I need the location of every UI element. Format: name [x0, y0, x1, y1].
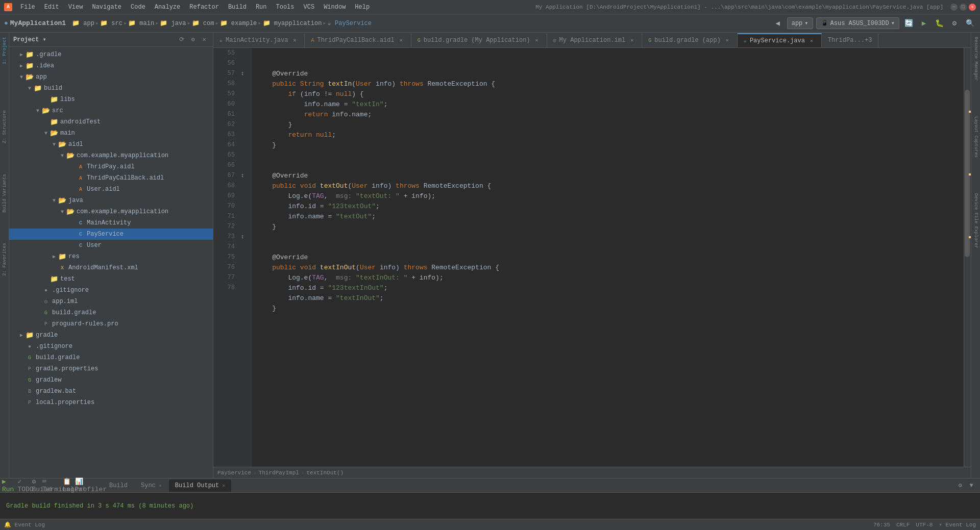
- tree-item-gitignore-app[interactable]: ● .gitignore: [9, 285, 213, 296]
- breadcrumb-main[interactable]: 📁 main: [128, 19, 154, 27]
- tree-item-libs[interactable]: 📁 libs: [9, 94, 213, 105]
- status-position[interactable]: 76:35: [873, 522, 890, 528]
- menu-build[interactable]: Build: [224, 3, 251, 12]
- todo-btn[interactable]: ✓ TODO: [18, 478, 33, 493]
- menu-analyze[interactable]: Analyze: [151, 3, 184, 12]
- tab-sync-close[interactable]: ✕: [159, 483, 162, 489]
- breadcrumb-com[interactable]: 📁 com: [192, 19, 214, 27]
- panel-settings-icon[interactable]: ⚙: [955, 481, 965, 490]
- tab-more[interactable]: ThridPa...+3: [822, 33, 878, 47]
- tab-buildoutput-close[interactable]: ✕: [222, 483, 225, 489]
- tree-item-mainactivity[interactable]: C MainActivity: [9, 217, 213, 229]
- tab-close-buildgradle-app[interactable]: ✕: [724, 37, 731, 44]
- tab-build[interactable]: Build: [103, 479, 134, 492]
- tree-item-androidtest[interactable]: 📁 androidTest: [9, 116, 213, 128]
- tab-mainactivity[interactable]: ☕ MainActivity.java ✕: [213, 33, 305, 47]
- panel-sync-icon[interactable]: ⟳: [177, 35, 186, 44]
- sidebar-tab-favorites[interactable]: 2: Favorites: [2, 241, 8, 278]
- breadcrumb-myapplication[interactable]: 📁 myapplication: [263, 19, 322, 27]
- tree-item-local-properties[interactable]: P local.properties: [9, 397, 213, 408]
- menu-help[interactable]: Help: [351, 3, 374, 12]
- tree-item-gradlew-bat[interactable]: B gradlew.bat: [9, 386, 213, 397]
- code-editor[interactable]: 55 56 57 58 59 60 61 62 63 64 65 66 67 6…: [213, 48, 971, 467]
- tree-item-gradlew[interactable]: G gradlew: [9, 374, 213, 386]
- panel-close-icon[interactable]: ✕: [200, 35, 209, 44]
- vertical-scrollbar[interactable]: [964, 48, 971, 467]
- breadcrumb-textinout[interactable]: textInOut(): [306, 470, 344, 476]
- breadcrumb-java[interactable]: 📁 java: [160, 19, 186, 27]
- module-selector[interactable]: app ▾: [787, 17, 813, 29]
- search-button[interactable]: 🔍: [964, 17, 976, 30]
- sync-button[interactable]: 🔄: [902, 17, 915, 30]
- minimize-button[interactable]: ─: [950, 4, 958, 11]
- breadcrumb-app[interactable]: 📁 app: [72, 19, 94, 27]
- tree-item-app[interactable]: ▼ 📂 app: [9, 71, 213, 83]
- tab-close-mainactivity[interactable]: ✕: [291, 37, 298, 44]
- menu-code[interactable]: Code: [127, 3, 150, 12]
- tree-item-src[interactable]: ▼ 📂 src: [9, 105, 213, 116]
- sidebar-tab-layout-captures[interactable]: Layout Captures: [973, 114, 979, 160]
- sidebar-tab-resource-manager[interactable]: Resource Manager: [973, 35, 979, 83]
- tab-close-thridpaycallback[interactable]: ✕: [398, 37, 405, 44]
- tree-item-main[interactable]: ▼ 📂 main: [9, 128, 213, 139]
- sidebar-tab-build-variants[interactable]: Build Variants: [2, 172, 8, 215]
- menu-view[interactable]: View: [64, 3, 87, 12]
- menu-edit[interactable]: Edit: [40, 3, 63, 12]
- tree-item-build-gradle-app[interactable]: G build.gradle: [9, 307, 213, 318]
- tree-item-gitignore-root[interactable]: ● .gitignore: [9, 341, 213, 352]
- breadcrumb-example[interactable]: 📁 example: [220, 19, 257, 27]
- file-tree[interactable]: ▶ 📁 .gradle ▶ 📁 .idea ▼ 📂 app ▼: [9, 47, 213, 478]
- tree-item-build-gradle-root[interactable]: G build.gradle: [9, 352, 213, 363]
- menu-refactor[interactable]: Refactor: [185, 3, 223, 12]
- status-crlf[interactable]: CRLF: [896, 522, 910, 528]
- status-event-log-right[interactable]: ⚡ Event Log: [939, 521, 976, 528]
- tab-build-output[interactable]: Build Output ✕: [169, 479, 231, 492]
- tab-close-buildgradle-root[interactable]: ✕: [533, 37, 541, 44]
- status-event-log[interactable]: 🔔 Event Log: [4, 521, 45, 528]
- tree-item-java[interactable]: ▼ 📂 java: [9, 195, 213, 206]
- tree-item-thridpay-aidl[interactable]: A ThridPay.aidl: [9, 161, 213, 172]
- tree-item-app-iml[interactable]: ◎ app.iml: [9, 296, 213, 307]
- breadcrumb-payservice-file[interactable]: PayService: [217, 470, 251, 476]
- debug-button[interactable]: 🐛: [933, 17, 945, 30]
- sidebar-tab-device-file-explorer[interactable]: Device File Explorer: [973, 191, 979, 250]
- panel-hide-icon[interactable]: ▼: [967, 481, 976, 490]
- tab-payservice[interactable]: ☕ PayService.java ✕: [738, 33, 822, 47]
- tab-buildgradle-root[interactable]: G build.gradle (My Application) ✕: [411, 33, 547, 47]
- tree-item-gradle-folder[interactable]: ▶ 📁 gradle: [9, 330, 213, 341]
- breadcrumb-payservice[interactable]: ☕ PayService: [328, 19, 372, 27]
- maximize-button[interactable]: □: [960, 4, 967, 11]
- tab-buildgradle-app[interactable]: G build.gradle (app) ✕: [642, 33, 738, 47]
- tree-item-res[interactable]: ▶ 📁 res: [9, 251, 213, 262]
- settings-button[interactable]: ⚙: [948, 17, 961, 30]
- tab-sync[interactable]: Sync ✕: [135, 479, 168, 492]
- tab-thridpaycallback[interactable]: A ThridPayCallBack.aidl ✕: [305, 33, 411, 47]
- tree-item-user[interactable]: C User: [9, 240, 213, 251]
- menu-tools[interactable]: Tools: [272, 3, 299, 12]
- tree-item-build[interactable]: ▼ 📁 build: [9, 83, 213, 94]
- close-button[interactable]: ✕: [969, 4, 976, 11]
- tab-close-iml[interactable]: ✕: [628, 37, 635, 44]
- breadcrumb-thirdpayimpl[interactable]: ThirdPayImpl: [259, 470, 299, 476]
- tree-item-proguard[interactable]: P proguard-rules.pro: [9, 318, 213, 330]
- tab-myapplication-iml[interactable]: ◎ My Application.iml ✕: [547, 33, 643, 47]
- tree-item-gradle-root[interactable]: ▶ 📁 .gradle: [9, 49, 213, 60]
- menu-file[interactable]: File: [16, 3, 39, 12]
- tree-item-thridpaycallback-aidl[interactable]: A ThridPayCallBack.aidl: [9, 172, 213, 184]
- tree-item-payservice[interactable]: C PayService: [9, 229, 213, 240]
- tree-item-aidl[interactable]: ▼ 📂 aidl: [9, 139, 213, 150]
- profiler-btn[interactable]: 📊 Profiler: [84, 478, 98, 493]
- menu-window[interactable]: Window: [320, 3, 350, 12]
- tree-item-idea[interactable]: ▶ 📁 .idea: [9, 60, 213, 71]
- breadcrumb-src[interactable]: 📁 src: [100, 19, 122, 27]
- status-encoding[interactable]: UTF-8: [916, 522, 933, 528]
- tree-item-aidl-package[interactable]: ▼ 📂 com.example.myapplication: [9, 150, 213, 161]
- panel-gear-icon[interactable]: ⚙: [188, 35, 198, 44]
- sidebar-tab-structure[interactable]: Z: Structure: [2, 108, 8, 145]
- menu-run[interactable]: Run: [252, 3, 271, 12]
- tree-item-gradle-properties[interactable]: P gradle.properties: [9, 363, 213, 374]
- code-content[interactable]: @Override public String textIn(User info…: [252, 48, 964, 467]
- menu-navigate[interactable]: Navigate: [88, 3, 126, 12]
- run-action-btn[interactable]: ▶ Run: [2, 478, 16, 493]
- tree-item-test[interactable]: 📁 test: [9, 273, 213, 285]
